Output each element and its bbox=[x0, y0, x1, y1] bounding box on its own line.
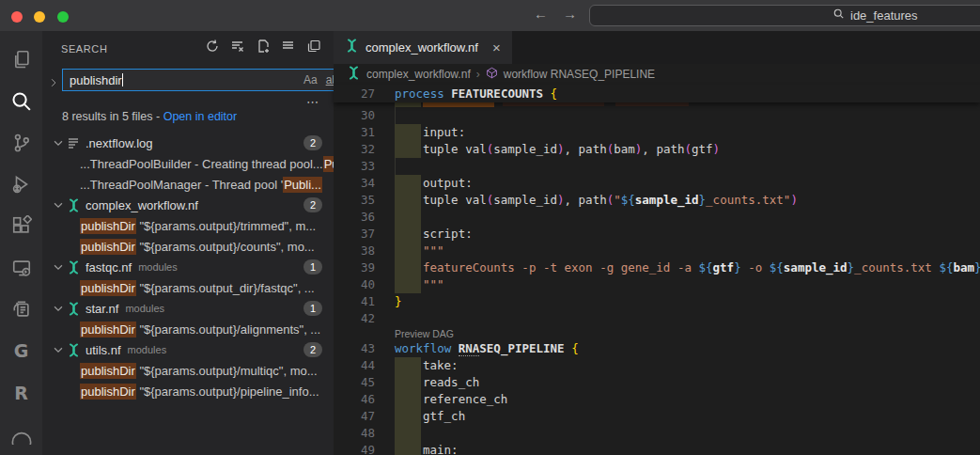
code-line[interactable]: 40""" bbox=[334, 276, 980, 293]
file-description: modules bbox=[138, 261, 178, 273]
search-match-row[interactable]: ...ThreadPoolManager - Thread pool 'Publ… bbox=[42, 174, 334, 195]
tab-complex-workflow[interactable]: complex_workflow.nf × bbox=[334, 31, 512, 64]
forward-arrow-icon[interactable]: → bbox=[563, 6, 577, 22]
activity-explorer[interactable] bbox=[0, 39, 42, 80]
chevron-down-icon[interactable] bbox=[51, 260, 66, 274]
code-line[interactable]: 49main: bbox=[334, 442, 980, 455]
code-line[interactable]: 39featureCounts -p -t exon -g gene_id -a… bbox=[334, 259, 980, 276]
nextflow-icon bbox=[345, 39, 359, 56]
code-text: """ bbox=[395, 243, 444, 258]
code-line[interactable]: 41} bbox=[334, 293, 980, 310]
code-line[interactable]: 43workflow RNASEQ_PIPELINE { bbox=[334, 340, 980, 357]
more-actions-button[interactable]: ⋯ bbox=[306, 95, 320, 109]
search-match-row[interactable]: publishDir "${params.output}/multiqc", m… bbox=[42, 360, 334, 381]
line-number: 32 bbox=[334, 141, 375, 158]
match-count-badge: 1 bbox=[303, 301, 322, 316]
code-text: featureCounts -p -t exon -g gene_id -a $… bbox=[395, 260, 980, 275]
line-number: 31 bbox=[334, 124, 375, 141]
activity-account[interactable] bbox=[0, 414, 42, 455]
whole-word-toggle[interactable]: ab bbox=[326, 73, 334, 86]
breadcrumb-symbol[interactable]: workflow RNASEQ_PIPELINE bbox=[504, 68, 655, 81]
search-input[interactable]: publishdir Aaab.* bbox=[62, 69, 334, 91]
match-count-badge: 1 bbox=[303, 259, 322, 275]
command-center-search[interactable]: ide_features bbox=[589, 5, 980, 26]
code-text: output: bbox=[395, 176, 473, 190]
maximize-window-button[interactable] bbox=[57, 11, 69, 23]
search-file-row[interactable]: star.nfmodules1 bbox=[42, 298, 334, 319]
activity-run-debug[interactable] bbox=[0, 164, 42, 205]
code-line[interactable]: 34output: bbox=[334, 175, 980, 192]
module-icon bbox=[486, 66, 498, 83]
activity-remote-explorer[interactable] bbox=[0, 246, 42, 288]
activity-source-control[interactable] bbox=[0, 122, 42, 164]
code-line[interactable]: 46reference_ch bbox=[334, 391, 980, 408]
code-line[interactable]: 44take: bbox=[334, 357, 980, 374]
chevron-down-icon[interactable] bbox=[51, 136, 66, 149]
search-match-row[interactable]: publishDir "${params.output}/trimmed", m… bbox=[42, 215, 334, 236]
chevron-down-icon[interactable] bbox=[51, 198, 66, 212]
close-tab-icon[interactable]: × bbox=[492, 39, 501, 55]
search-match-row[interactable]: ...ThreadPoolBuilder - Creating thread p… bbox=[42, 153, 334, 174]
match-count-badge: 2 bbox=[303, 342, 322, 357]
search-match-row[interactable]: publishDir "${params.output}/pipeline_in… bbox=[42, 381, 334, 401]
code-line[interactable]: 48 bbox=[334, 425, 980, 442]
activity-extensions[interactable] bbox=[0, 205, 42, 246]
code-text: workflow RNASEQ_PIPELINE { bbox=[395, 341, 579, 355]
r-icon: R bbox=[14, 383, 28, 403]
file-description: modules bbox=[125, 303, 164, 314]
search-match-row[interactable]: publishDir "${params.output}/alignments"… bbox=[42, 319, 334, 339]
code-text: reference_ch bbox=[395, 392, 507, 406]
traffic-lights[interactable] bbox=[11, 9, 76, 26]
search-file-row[interactable]: fastqc.nfmodules1 bbox=[42, 257, 334, 277]
code-line[interactable]: 30 bbox=[334, 107, 980, 124]
activity-search[interactable] bbox=[0, 80, 42, 121]
refresh-button[interactable] bbox=[204, 39, 221, 56]
search-icon bbox=[832, 8, 845, 23]
search-match-row[interactable]: publishDir "${params.output}/counts", mo… bbox=[42, 236, 334, 257]
code-line[interactable]: 47gtf_ch bbox=[334, 408, 980, 425]
text-caret bbox=[122, 73, 123, 86]
code-text: tuple val(sample_id), path("${sample_id}… bbox=[395, 193, 798, 207]
activity-references[interactable] bbox=[0, 289, 42, 330]
sticky-scroll-line[interactable]: 27process FEATURECOUNTS { bbox=[334, 85, 980, 102]
code-line[interactable]: 31input: bbox=[334, 124, 980, 141]
new-search-editor-button[interactable] bbox=[255, 39, 272, 56]
match-text: publishDir "${params.output}/trimmed", m… bbox=[80, 219, 316, 233]
open-in-view-button[interactable] bbox=[305, 39, 322, 56]
code-line[interactable]: 37script: bbox=[334, 226, 980, 243]
activity-r-language[interactable]: R bbox=[0, 371, 42, 413]
code-line[interactable]: 32tuple val(sample_id), path(bam), path(… bbox=[334, 141, 980, 158]
chevron-down-icon[interactable] bbox=[51, 302, 66, 315]
match-case-toggle[interactable]: Aa bbox=[303, 73, 318, 86]
close-window-button[interactable] bbox=[11, 11, 23, 23]
line-number: 41 bbox=[334, 293, 375, 310]
code-area[interactable]: 27process FEATURECOUNTS { 3031input:32tu… bbox=[334, 85, 980, 455]
match-highlight: publishDir bbox=[80, 384, 136, 400]
search-file-row[interactable]: utils.nfmodules2 bbox=[42, 339, 334, 360]
toggle-replace-chevron-icon[interactable] bbox=[49, 74, 58, 91]
clear-results-button[interactable] bbox=[229, 39, 246, 56]
breadcrumb-file[interactable]: complex_workflow.nf bbox=[366, 68, 471, 81]
line-number: 42 bbox=[334, 310, 375, 327]
chevron-down-icon[interactable] bbox=[51, 343, 66, 356]
code-line[interactable]: 42 bbox=[334, 310, 980, 327]
match-highlight: publishDir bbox=[80, 322, 136, 337]
code-line[interactable]: 45reads_ch bbox=[334, 374, 980, 391]
tab-strip: complex_workflow.nf × bbox=[334, 31, 980, 64]
code-line[interactable]: 38""" bbox=[334, 243, 980, 259]
search-file-row[interactable]: complex_workflow.nf2 bbox=[42, 195, 334, 215]
expand-all-button[interactable] bbox=[280, 39, 297, 56]
minimize-window-button[interactable] bbox=[34, 11, 45, 23]
code-line[interactable]: 35tuple val(sample_id), path("${sample_i… bbox=[334, 192, 980, 209]
panel-title: SEARCH bbox=[61, 43, 107, 55]
log-icon bbox=[66, 135, 81, 150]
search-file-row[interactable]: .nextflow.log2 bbox=[42, 133, 334, 153]
search-match-row[interactable]: publishDir "${params.output_dir}/fastqc"… bbox=[42, 277, 334, 298]
code-line[interactable]: 33 bbox=[334, 158, 980, 175]
back-arrow-icon[interactable]: ← bbox=[534, 6, 548, 22]
code-line[interactable]: 36 bbox=[334, 209, 980, 226]
activity-gitlens[interactable]: G bbox=[0, 330, 42, 371]
open-in-editor-link[interactable]: Open in editor bbox=[163, 110, 238, 123]
code-lens[interactable]: Preview DAG bbox=[334, 327, 980, 340]
match-text: ...ThreadPoolBuilder - Creating thread p… bbox=[80, 157, 334, 171]
